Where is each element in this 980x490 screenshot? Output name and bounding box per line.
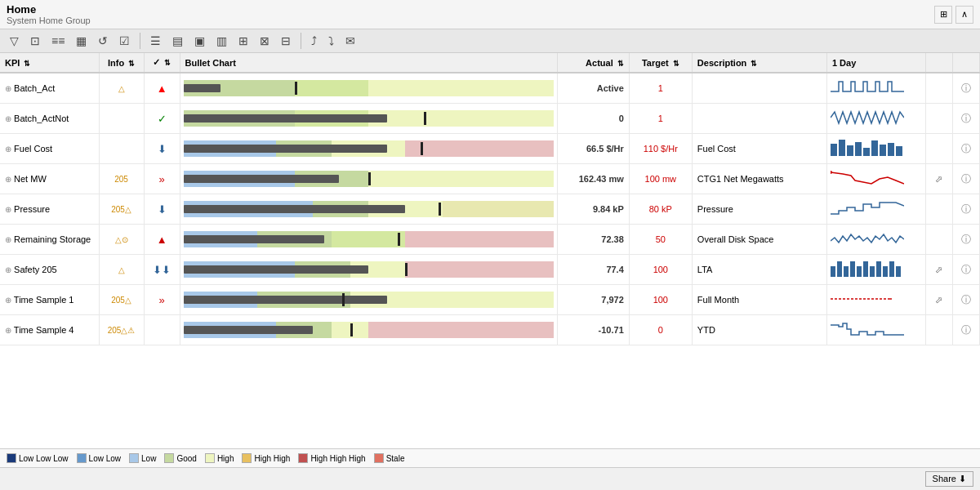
status-icon: » [158, 294, 164, 306]
header-target[interactable]: Target ⇅ [629, 53, 692, 73]
settings-button[interactable]: ≡≡ [48, 33, 68, 49]
image-button[interactable]: ▣ [191, 33, 208, 49]
bullet-background [184, 171, 554, 187]
select-button[interactable]: ⊡ [27, 33, 43, 49]
bullet-background [184, 292, 554, 308]
sparkline-cell [826, 134, 925, 164]
description-cell [692, 73, 826, 104]
legend-color-box [129, 453, 139, 463]
info-icon[interactable]: ⓘ [961, 143, 971, 154]
check-button[interactable]: ☑ [116, 33, 133, 49]
export-icon[interactable]: ⬀ [935, 174, 942, 184]
info-icon[interactable]: ⓘ [961, 264, 971, 275]
arrow-up-button[interactable]: ⤴ [308, 33, 320, 49]
mail-button[interactable]: ✉ [342, 33, 359, 49]
sparkline-chart [831, 136, 922, 162]
header-actual[interactable]: Actual ⇅ [557, 53, 629, 73]
svg-rect-8 [896, 146, 902, 156]
footer: Share ⬇ [0, 467, 980, 490]
header-text: Home System Home Group [7, 3, 91, 25]
row-expand-icon[interactable]: ⊕ [5, 205, 11, 214]
header-check[interactable]: ✓ ⇅ [144, 53, 180, 73]
bullet-segment [368, 80, 554, 96]
layout1-button[interactable]: ⊞ [235, 33, 252, 49]
row-expand-icon[interactable]: ⊕ [5, 84, 11, 93]
row-expand-icon[interactable]: ⊕ [5, 175, 11, 184]
layout2-button[interactable]: ⊠ [256, 33, 273, 49]
row-expand-icon[interactable]: ⊕ [5, 145, 11, 154]
description-text: CTG1 Net Megawatts [697, 174, 784, 184]
actual-value: 162.43 mw [579, 174, 624, 184]
share-button[interactable]: Share ⬇ [925, 471, 973, 487]
row-expand-icon[interactable]: ⊕ [5, 296, 11, 305]
header-kpi[interactable]: KPI ⇅ [0, 53, 99, 73]
striped-button[interactable]: ▤ [169, 33, 186, 49]
bullet-chart-cell [180, 134, 557, 164]
legend-label: High [217, 454, 234, 463]
grid-button[interactable]: ▦ [73, 33, 90, 49]
bullet-background [184, 80, 554, 96]
row-expand-icon[interactable]: ⊕ [5, 265, 11, 274]
bullet-value-bar [184, 326, 314, 334]
actual-value: -10.71 [599, 325, 624, 335]
info-cell: 205△⚠ [99, 315, 144, 345]
legend-label: Stale [386, 454, 405, 463]
list-button[interactable]: ☰ [147, 33, 164, 49]
page-subtitle: System Home Group [7, 16, 91, 25]
row-expand-icon[interactable]: ⊕ [5, 326, 11, 335]
sparkline-chart [831, 317, 922, 343]
tile-button[interactable]: ▥ [213, 33, 230, 49]
kpi-table: KPI ⇅ Info ⇅ ✓ ⇅ Bullet Chart [0, 53, 980, 345]
target-cell: 100 [629, 285, 692, 315]
export-icon[interactable]: ⬀ [935, 265, 942, 274]
toolbar: ▽ ⊡ ≡≡ ▦ ↺ ☑ ☰ ▤ ▣ ▥ ⊞ ⊠ ⊟ ⤴ ⤵ ✉ [0, 29, 980, 53]
info-icon[interactable]: ⓘ [961, 113, 971, 124]
legend-item: Low Low [77, 453, 121, 463]
info-badge: 205△ [111, 296, 131, 305]
sort-kpi-icon: ⇅ [24, 60, 30, 68]
bullet-segment [443, 201, 554, 217]
row-expand-icon[interactable]: ⊕ [5, 235, 11, 244]
target-value: 1 [658, 83, 663, 93]
actual-value: 9.84 kP [593, 204, 624, 214]
info2-cell: ⓘ [952, 255, 979, 285]
header-info[interactable]: Info ⇅ [99, 53, 144, 73]
info-icon[interactable]: ⓘ [961, 203, 971, 215]
row-expand-icon[interactable]: ⊕ [5, 114, 11, 123]
kpi-cell: ⊕ Batch_Act [0, 73, 99, 104]
sparkline-chart [831, 166, 922, 192]
header-oneday: 1 Day [826, 53, 925, 73]
sort-info-icon: ⇅ [128, 60, 135, 68]
description-cell: Pressure [692, 194, 826, 225]
target-cell: 80 kP [629, 194, 692, 225]
layout3-button[interactable]: ⊟ [278, 33, 294, 49]
target-value: 0 [658, 325, 663, 335]
export-icon[interactable]: ⬀ [935, 295, 942, 305]
info-icon[interactable]: ⓘ [961, 173, 971, 185]
kpi-cell: ⊕ Pressure [0, 194, 99, 225]
expand-button[interactable]: ⊞ [934, 6, 952, 24]
legend-color-box [77, 453, 87, 463]
info-icon[interactable]: ⓘ [961, 294, 971, 305]
actual-cell: 9.84 kP [557, 194, 629, 225]
collapse-button[interactable]: ∧ [956, 6, 973, 24]
bullet-chart [184, 107, 554, 130]
info-icon[interactable]: ⓘ [961, 234, 971, 245]
kpi-name: Safety 205 [14, 265, 57, 274]
bullet-chart [184, 137, 554, 160]
header-description[interactable]: Description ⇅ [692, 53, 826, 73]
check-cell: ⬇ [144, 134, 180, 164]
target-cell: 1 [629, 104, 692, 134]
legend-item: High [205, 453, 234, 463]
check-cell [144, 315, 180, 345]
info-icon[interactable]: ⓘ [961, 324, 971, 336]
bullet-chart-cell [180, 225, 557, 255]
check-cell: ▲ [144, 73, 180, 104]
arrow-down-button[interactable]: ⤵ [325, 33, 337, 49]
svg-rect-13 [850, 261, 855, 277]
description-text: LTA [697, 265, 713, 274]
info-icon[interactable]: ⓘ [961, 82, 971, 94]
legend-color-box [205, 453, 215, 463]
refresh-button[interactable]: ↺ [95, 33, 111, 49]
filter-button[interactable]: ▽ [7, 33, 22, 49]
